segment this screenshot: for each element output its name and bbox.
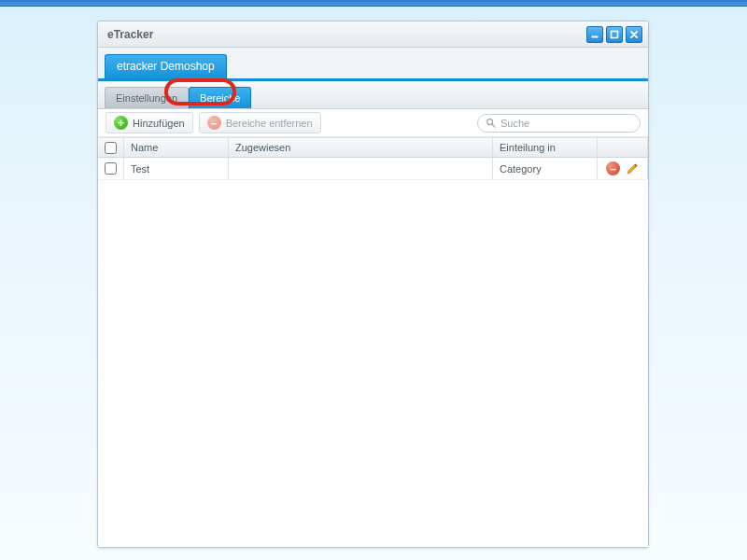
header-assigned[interactable]: Zugewiesen — [229, 138, 493, 157]
toolbar: + Hinzufügen – Bereiche entfernen — [98, 109, 648, 137]
header-name[interactable]: Name — [124, 138, 229, 157]
svg-rect-0 — [592, 35, 599, 37]
header-division[interactable]: Einteilung in — [493, 138, 598, 157]
row-checkbox[interactable] — [105, 162, 117, 175]
close-button[interactable] — [626, 26, 642, 43]
row-division: Category — [493, 158, 598, 179]
grid-header: Name Zugewiesen Einteilung in — [98, 137, 648, 158]
window-title: eTracker — [107, 28, 153, 41]
maximize-button[interactable] — [606, 26, 623, 43]
minus-icon: – — [207, 116, 221, 130]
tab-areas[interactable]: Bereiche — [189, 87, 251, 108]
window-titlebar: eTracker — [98, 21, 648, 48]
remove-areas-button[interactable]: – Bereiche entfernen — [199, 112, 321, 133]
sub-tabbar: Einstellungen Bereiche — [98, 81, 648, 109]
close-icon — [629, 30, 639, 39]
row-actions: – — [598, 158, 648, 179]
search-box[interactable] — [477, 114, 641, 133]
select-all-checkbox[interactable] — [105, 142, 117, 154]
grid-body: Test Category – — [98, 158, 648, 547]
svg-line-3 — [492, 124, 495, 127]
search-input[interactable] — [500, 118, 632, 129]
row-name: Test — [124, 158, 229, 179]
shop-tabbar: etracker Demoshop — [98, 48, 648, 81]
maximize-icon — [610, 30, 619, 39]
svg-rect-1 — [612, 31, 618, 37]
header-actions — [598, 138, 648, 157]
tab-settings[interactable]: Einstellungen — [105, 87, 189, 108]
minimize-icon — [590, 30, 599, 39]
minimize-button[interactable] — [586, 26, 603, 43]
edit-row-icon[interactable] — [626, 162, 639, 175]
add-button-label: Hinzufügen — [133, 118, 185, 129]
search-icon — [486, 118, 496, 128]
window-controls — [586, 26, 642, 43]
add-button[interactable]: + Hinzufügen — [106, 112, 193, 133]
delete-row-icon[interactable]: – — [606, 161, 620, 175]
table-row: Test Category – — [98, 158, 648, 180]
remove-areas-label: Bereiche entfernen — [226, 118, 313, 129]
plus-icon: + — [114, 116, 128, 130]
shop-tab-demoshop[interactable]: etracker Demoshop — [105, 54, 227, 78]
row-checkbox-cell — [98, 158, 124, 179]
row-assigned — [229, 158, 493, 179]
etracker-window: eTracker etracker Demoshop Einstellungen… — [97, 21, 649, 548]
header-checkbox-cell — [98, 138, 124, 157]
desktop-top-stripe — [0, 0, 747, 7]
